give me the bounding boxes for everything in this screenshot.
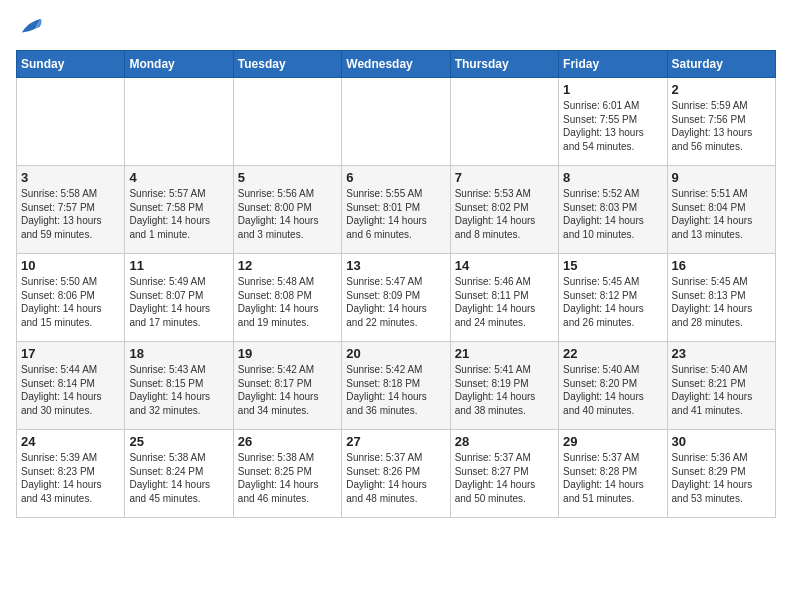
day-info: Sunrise: 5:42 AM Sunset: 8:18 PM Dayligh… [346, 363, 445, 417]
day-info: Sunrise: 5:43 AM Sunset: 8:15 PM Dayligh… [129, 363, 228, 417]
day-number: 26 [238, 434, 337, 449]
logo [16, 16, 48, 38]
day-info: Sunrise: 5:56 AM Sunset: 8:00 PM Dayligh… [238, 187, 337, 241]
day-number: 28 [455, 434, 554, 449]
calendar-day-cell: 3Sunrise: 5:58 AM Sunset: 7:57 PM Daylig… [17, 166, 125, 254]
day-info: Sunrise: 5:57 AM Sunset: 7:58 PM Dayligh… [129, 187, 228, 241]
calendar-day-cell [450, 78, 558, 166]
calendar-day-cell: 10Sunrise: 5:50 AM Sunset: 8:06 PM Dayli… [17, 254, 125, 342]
day-number: 30 [672, 434, 771, 449]
calendar-day-cell: 27Sunrise: 5:37 AM Sunset: 8:26 PM Dayli… [342, 430, 450, 518]
day-info: Sunrise: 5:40 AM Sunset: 8:20 PM Dayligh… [563, 363, 662, 417]
day-info: Sunrise: 5:37 AM Sunset: 8:28 PM Dayligh… [563, 451, 662, 505]
calendar-day-cell: 26Sunrise: 5:38 AM Sunset: 8:25 PM Dayli… [233, 430, 341, 518]
calendar-day-cell: 9Sunrise: 5:51 AM Sunset: 8:04 PM Daylig… [667, 166, 775, 254]
weekday-header-cell: Wednesday [342, 51, 450, 78]
day-info: Sunrise: 5:41 AM Sunset: 8:19 PM Dayligh… [455, 363, 554, 417]
day-info: Sunrise: 5:36 AM Sunset: 8:29 PM Dayligh… [672, 451, 771, 505]
calendar-day-cell: 16Sunrise: 5:45 AM Sunset: 8:13 PM Dayli… [667, 254, 775, 342]
day-number: 9 [672, 170, 771, 185]
day-number: 12 [238, 258, 337, 273]
day-number: 3 [21, 170, 120, 185]
calendar-day-cell: 29Sunrise: 5:37 AM Sunset: 8:28 PM Dayli… [559, 430, 667, 518]
calendar-week-row: 3Sunrise: 5:58 AM Sunset: 7:57 PM Daylig… [17, 166, 776, 254]
day-info: Sunrise: 5:38 AM Sunset: 8:24 PM Dayligh… [129, 451, 228, 505]
day-info: Sunrise: 5:39 AM Sunset: 8:23 PM Dayligh… [21, 451, 120, 505]
calendar-day-cell: 23Sunrise: 5:40 AM Sunset: 8:21 PM Dayli… [667, 342, 775, 430]
day-number: 7 [455, 170, 554, 185]
day-number: 1 [563, 82, 662, 97]
day-number: 13 [346, 258, 445, 273]
day-number: 11 [129, 258, 228, 273]
calendar-day-cell: 22Sunrise: 5:40 AM Sunset: 8:20 PM Dayli… [559, 342, 667, 430]
day-number: 10 [21, 258, 120, 273]
logo-bird-icon [16, 16, 44, 38]
calendar-day-cell [17, 78, 125, 166]
calendar-day-cell: 14Sunrise: 5:46 AM Sunset: 8:11 PM Dayli… [450, 254, 558, 342]
day-number: 25 [129, 434, 228, 449]
day-number: 21 [455, 346, 554, 361]
calendar-week-row: 17Sunrise: 5:44 AM Sunset: 8:14 PM Dayli… [17, 342, 776, 430]
calendar-day-cell: 5Sunrise: 5:56 AM Sunset: 8:00 PM Daylig… [233, 166, 341, 254]
day-number: 14 [455, 258, 554, 273]
calendar-day-cell: 8Sunrise: 5:52 AM Sunset: 8:03 PM Daylig… [559, 166, 667, 254]
day-number: 29 [563, 434, 662, 449]
day-number: 19 [238, 346, 337, 361]
day-number: 8 [563, 170, 662, 185]
day-number: 16 [672, 258, 771, 273]
weekday-header-cell: Tuesday [233, 51, 341, 78]
day-info: Sunrise: 5:55 AM Sunset: 8:01 PM Dayligh… [346, 187, 445, 241]
weekday-header-cell: Friday [559, 51, 667, 78]
day-info: Sunrise: 5:45 AM Sunset: 8:13 PM Dayligh… [672, 275, 771, 329]
calendar-day-cell: 30Sunrise: 5:36 AM Sunset: 8:29 PM Dayli… [667, 430, 775, 518]
calendar-day-cell: 20Sunrise: 5:42 AM Sunset: 8:18 PM Dayli… [342, 342, 450, 430]
calendar-day-cell: 19Sunrise: 5:42 AM Sunset: 8:17 PM Dayli… [233, 342, 341, 430]
day-number: 18 [129, 346, 228, 361]
day-number: 27 [346, 434, 445, 449]
day-info: Sunrise: 5:51 AM Sunset: 8:04 PM Dayligh… [672, 187, 771, 241]
calendar-day-cell: 18Sunrise: 5:43 AM Sunset: 8:15 PM Dayli… [125, 342, 233, 430]
day-info: Sunrise: 5:37 AM Sunset: 8:27 PM Dayligh… [455, 451, 554, 505]
page-header [16, 16, 776, 38]
weekday-header-cell: Sunday [17, 51, 125, 78]
calendar-week-row: 1Sunrise: 6:01 AM Sunset: 7:55 PM Daylig… [17, 78, 776, 166]
calendar-day-cell: 28Sunrise: 5:37 AM Sunset: 8:27 PM Dayli… [450, 430, 558, 518]
day-info: Sunrise: 5:50 AM Sunset: 8:06 PM Dayligh… [21, 275, 120, 329]
calendar-day-cell [125, 78, 233, 166]
calendar-day-cell: 7Sunrise: 5:53 AM Sunset: 8:02 PM Daylig… [450, 166, 558, 254]
weekday-header-row: SundayMondayTuesdayWednesdayThursdayFrid… [17, 51, 776, 78]
calendar-week-row: 10Sunrise: 5:50 AM Sunset: 8:06 PM Dayli… [17, 254, 776, 342]
calendar-table: SundayMondayTuesdayWednesdayThursdayFrid… [16, 50, 776, 518]
day-info: Sunrise: 5:40 AM Sunset: 8:21 PM Dayligh… [672, 363, 771, 417]
day-number: 15 [563, 258, 662, 273]
calendar-day-cell: 4Sunrise: 5:57 AM Sunset: 7:58 PM Daylig… [125, 166, 233, 254]
calendar-day-cell: 25Sunrise: 5:38 AM Sunset: 8:24 PM Dayli… [125, 430, 233, 518]
calendar-day-cell: 17Sunrise: 5:44 AM Sunset: 8:14 PM Dayli… [17, 342, 125, 430]
day-info: Sunrise: 5:46 AM Sunset: 8:11 PM Dayligh… [455, 275, 554, 329]
weekday-header-cell: Thursday [450, 51, 558, 78]
day-number: 17 [21, 346, 120, 361]
calendar-day-cell: 6Sunrise: 5:55 AM Sunset: 8:01 PM Daylig… [342, 166, 450, 254]
calendar-body: 1Sunrise: 6:01 AM Sunset: 7:55 PM Daylig… [17, 78, 776, 518]
day-number: 20 [346, 346, 445, 361]
day-number: 2 [672, 82, 771, 97]
weekday-header-cell: Monday [125, 51, 233, 78]
day-info: Sunrise: 5:59 AM Sunset: 7:56 PM Dayligh… [672, 99, 771, 153]
calendar-day-cell: 12Sunrise: 5:48 AM Sunset: 8:08 PM Dayli… [233, 254, 341, 342]
calendar-day-cell: 21Sunrise: 5:41 AM Sunset: 8:19 PM Dayli… [450, 342, 558, 430]
day-info: Sunrise: 5:58 AM Sunset: 7:57 PM Dayligh… [21, 187, 120, 241]
day-number: 4 [129, 170, 228, 185]
calendar-day-cell: 2Sunrise: 5:59 AM Sunset: 7:56 PM Daylig… [667, 78, 775, 166]
day-number: 24 [21, 434, 120, 449]
calendar-day-cell: 13Sunrise: 5:47 AM Sunset: 8:09 PM Dayli… [342, 254, 450, 342]
day-info: Sunrise: 5:52 AM Sunset: 8:03 PM Dayligh… [563, 187, 662, 241]
day-info: Sunrise: 5:38 AM Sunset: 8:25 PM Dayligh… [238, 451, 337, 505]
calendar-day-cell [233, 78, 341, 166]
weekday-header-cell: Saturday [667, 51, 775, 78]
day-info: Sunrise: 5:45 AM Sunset: 8:12 PM Dayligh… [563, 275, 662, 329]
day-info: Sunrise: 5:44 AM Sunset: 8:14 PM Dayligh… [21, 363, 120, 417]
calendar-day-cell: 15Sunrise: 5:45 AM Sunset: 8:12 PM Dayli… [559, 254, 667, 342]
day-number: 23 [672, 346, 771, 361]
day-info: Sunrise: 6:01 AM Sunset: 7:55 PM Dayligh… [563, 99, 662, 153]
day-info: Sunrise: 5:48 AM Sunset: 8:08 PM Dayligh… [238, 275, 337, 329]
